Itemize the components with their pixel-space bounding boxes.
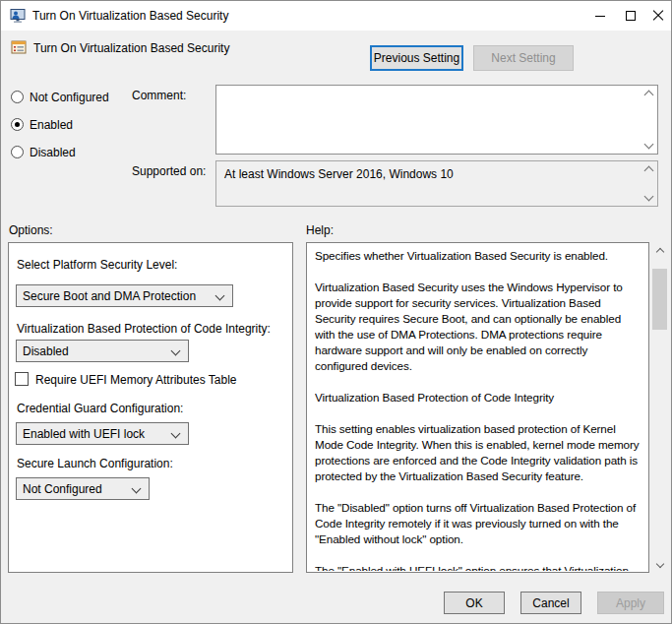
help-paragraph: The "Enabled with UEFI lock" option ensu… (315, 563, 641, 571)
scroll-up-icon (655, 247, 663, 255)
comment-input[interactable] (215, 85, 658, 155)
help-scrollbar[interactable] (651, 243, 668, 572)
close-icon (652, 10, 664, 22)
uefi-memory-attributes-checkbox[interactable] (15, 372, 29, 386)
next-setting-button[interactable]: Next Setting (473, 45, 574, 71)
radio-disabled[interactable]: Disabled (11, 145, 76, 159)
help-section-label: Help: (306, 223, 334, 237)
selected-value: Not Configured (17, 482, 133, 496)
credential-guard-select[interactable]: Enabled with UEFI lock (16, 422, 189, 445)
help-panel: Specifies whether Virtualization Based S… (306, 242, 649, 573)
selected-value: Enabled with UEFI lock (17, 427, 172, 441)
supported-on-label: Supported on: (132, 164, 206, 178)
help-paragraph: This setting enables virtualization base… (315, 421, 641, 484)
minimize-button[interactable] (584, 1, 615, 31)
cancel-button[interactable]: Cancel (520, 592, 581, 614)
apply-button[interactable]: Apply (597, 592, 664, 614)
radio-indicator-selected (11, 118, 24, 131)
help-paragraph: Specifies whether Virtualization Based S… (315, 248, 641, 264)
code-integrity-protection-label: Virtualization Based Protection of Code … (17, 322, 271, 336)
code-integrity-protection-select[interactable]: Disabled (16, 340, 189, 362)
selected-value: Disabled (17, 344, 172, 358)
scroll-up-icon (645, 167, 652, 174)
scrollbar-up-button[interactable] (651, 243, 668, 260)
radio-indicator (11, 146, 24, 158)
window-title: Turn On Virtualization Based Security (32, 1, 228, 31)
platform-security-level-select[interactable]: Secure Boot and DMA Protection (16, 284, 233, 307)
close-button[interactable] (642, 1, 672, 31)
platform-security-level-label: Select Platform Security Level: (17, 258, 177, 272)
radio-indicator (11, 91, 24, 103)
dialog-window: Turn On Virtualization Based Security Tu… (0, 0, 672, 624)
app-icon (10, 8, 26, 24)
radio-label: Not Configured (30, 91, 109, 104)
maximize-button[interactable] (615, 1, 645, 31)
ok-button[interactable]: OK (444, 592, 505, 614)
radio-not-configured[interactable]: Not Configured (11, 90, 109, 104)
scroll-down-icon[interactable] (645, 141, 652, 148)
setting-title: Turn On Virtualization Based Security (33, 41, 229, 55)
title-bar: Turn On Virtualization Based Security (1, 1, 671, 31)
chevron-down-icon (171, 429, 181, 439)
supported-on-box: At least Windows Server 2016, Windows 10 (215, 160, 658, 207)
selected-value: Secure Boot and DMA Protection (17, 289, 216, 303)
setting-header: Turn On Virtualization Based Security Pr… (1, 31, 671, 75)
scroll-up-icon[interactable] (645, 92, 652, 98)
help-text: Specifies whether Virtualization Based S… (315, 248, 641, 571)
radio-label: Disabled (30, 146, 76, 159)
supported-on-value: At least Windows Server 2016, Windows 10 (224, 167, 454, 181)
previous-setting-button[interactable]: Previous Setting (370, 45, 463, 71)
help-paragraph: Virtualization Based Protection of Code … (315, 390, 641, 406)
scrollbar-thumb[interactable] (652, 269, 667, 330)
chevron-down-icon (215, 291, 225, 301)
chevron-down-icon (132, 484, 142, 494)
help-paragraph: Virtualization Based Security uses the W… (315, 280, 641, 374)
secure-launch-label: Secure Launch Configuration: (17, 457, 173, 470)
secure-launch-select[interactable]: Not Configured (16, 477, 150, 500)
comment-label: Comment: (132, 89, 186, 102)
help-paragraph: The "Disabled" option turns off Virtuali… (315, 500, 641, 547)
scroll-down-icon (645, 193, 652, 200)
scrollbar-down-button[interactable] (651, 555, 668, 572)
credential-guard-label: Credential Guard Configuration: (17, 402, 183, 415)
maximize-icon (626, 11, 636, 21)
options-panel: Select Platform Security Level: Secure B… (8, 242, 293, 573)
minimize-icon (595, 16, 605, 17)
policy-setting-icon (11, 39, 27, 55)
chevron-down-icon (171, 346, 181, 356)
radio-enabled[interactable]: Enabled (11, 117, 73, 132)
scroll-down-icon (655, 559, 663, 567)
options-section-label: Options: (9, 223, 53, 237)
radio-label: Enabled (30, 118, 73, 132)
uefi-memory-attributes-label: Require UEFI Memory Attributes Table (35, 373, 237, 387)
